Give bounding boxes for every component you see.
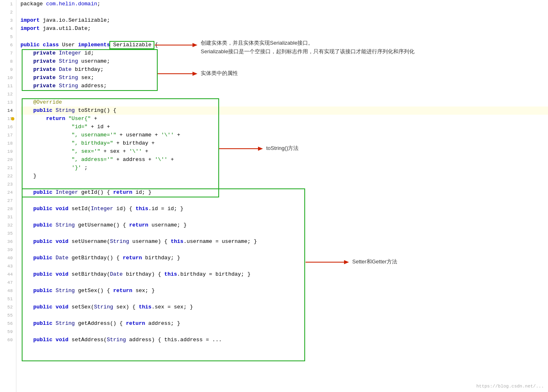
code-line-11: private String address; <box>20 82 548 90</box>
line-num-31: 31 <box>0 213 13 221</box>
code-line-1: package com.helin.domain; <box>20 0 548 8</box>
line-num-56: 56 <box>0 319 13 328</box>
editor-container: 1 2 3 4 5 ⊟6 7 8 9 10 11 12 13 ↑ ⊟14 15 … <box>0 0 548 392</box>
code-line-40: public Date getBirthday() { return birth… <box>20 254 548 262</box>
code-line-9: private Date birthday; <box>20 66 548 74</box>
code-line-52: public void setSex(String sex) { this.se… <box>20 303 548 311</box>
line-num-47: 47 <box>0 279 13 287</box>
line-num-48: 48 <box>0 287 13 295</box>
line-num-39: 39 <box>0 246 13 254</box>
line-num-28: ⊟28 <box>0 205 13 213</box>
line-num-52: ⊟52 <box>0 303 13 311</box>
line-num-8: 8 <box>0 57 13 66</box>
line-num-14: ↑ ⊟14 <box>0 106 13 115</box>
line-num-43: 43 <box>0 262 13 270</box>
line-num-27: 27 <box>0 197 13 205</box>
code-line-44: public void setBirthday(Date birthday) {… <box>20 270 548 279</box>
code-line-14: public String toString() { <box>20 106 548 115</box>
code-line-12 <box>20 90 548 98</box>
code-line-36: public void setUsername(String username)… <box>20 238 548 246</box>
code-line-20: ", address='" + address + '\'' + <box>20 156 548 164</box>
line-num-11: 11 <box>0 82 13 90</box>
line-num-4: 4 <box>0 25 13 33</box>
code-line-10: private String sex; <box>20 74 548 82</box>
code-line-3: import java.io.Serializable; <box>20 16 548 25</box>
line-num-15: 15 <box>0 115 13 123</box>
code-line-59 <box>20 328 548 336</box>
line-num-36: ⊟36 <box>0 238 13 246</box>
code-line-2 <box>20 8 548 16</box>
code-line-28: public void setId(Integer id) { this.id … <box>20 205 548 213</box>
code-line-48: public String getSex() { return sex; } <box>20 287 548 295</box>
line-num-32: 32 <box>0 221 13 229</box>
code-line-8: private String username; <box>20 57 548 66</box>
line-num-19: 19 <box>0 147 13 156</box>
annotation-fields-text: 实体类中的属性 <box>201 70 238 77</box>
code-line-23 <box>20 180 548 188</box>
code-line-32: public String getUsername() { return use… <box>20 221 548 229</box>
line-num-59: 59 <box>0 328 13 336</box>
code-line-55 <box>20 311 548 319</box>
line-num-5: 5 <box>0 33 13 41</box>
code-line-13: @Override <box>20 98 548 106</box>
line-num-24: 24 <box>0 188 13 197</box>
line-num-60: 60 <box>0 336 13 344</box>
code-line-24: public Integer getId() { return id; } <box>20 188 548 197</box>
line-num-13: 13 <box>0 98 13 106</box>
line-num-20: 20 <box>0 156 13 164</box>
annotation-tostring-text: toString()方法 <box>266 145 299 152</box>
code-line-27 <box>20 197 548 205</box>
line-num-2: 2 <box>0 8 13 16</box>
line-num-21: 21 <box>0 164 13 172</box>
line-num-1: 1 <box>0 0 13 8</box>
line-num-44: ⊟44 <box>0 270 13 279</box>
line-num-22: ⊟22 <box>0 172 13 180</box>
line-num-35: 35 <box>0 229 13 238</box>
code-line-35 <box>20 229 548 238</box>
line-num-12: 12 <box>0 90 13 98</box>
line-num-16: 16 <box>0 123 13 131</box>
code-line-16: "id=" + id + <box>20 123 548 131</box>
code-line-4: import java.util.Date; <box>20 25 548 33</box>
line-num-9: 9 <box>0 66 13 74</box>
code-area: package com.helin.domain; import java.io… <box>16 0 548 392</box>
code-line-15: return "User{" + <box>20 115 548 123</box>
code-line-17: ", username='" + username + '\'' + <box>20 131 548 139</box>
line-num-3: 3 <box>0 16 13 25</box>
line-num-40: 40 <box>0 254 13 262</box>
line-num-55: 55 <box>0 311 13 319</box>
code-line-60: public void setAddress(String address) {… <box>20 336 548 344</box>
code-line-43 <box>20 262 548 270</box>
line-num-6: ⊟6 <box>0 41 13 49</box>
code-line-31 <box>20 213 548 221</box>
line-num-17: 17 <box>0 131 13 139</box>
annotation-getset-text: Setter和Getter方法 <box>352 258 397 265</box>
line-num-51: 51 <box>0 295 13 303</box>
annotation-serializable-text: 创建实体类，并且实体类实现Serializable接口。 Serializabl… <box>201 39 414 56</box>
line-num-23: 23 <box>0 180 13 188</box>
line-numbers: 1 2 3 4 5 ⊟6 7 8 9 10 11 12 13 ↑ ⊟14 15 … <box>0 0 16 392</box>
code-line-39 <box>20 246 548 254</box>
line-num-18: 18 <box>0 139 13 147</box>
code-line-56: public String getAddress() { return addr… <box>20 319 548 328</box>
line-num-7: 7 <box>0 49 13 57</box>
code-line-51 <box>20 295 548 303</box>
code-line-22: } <box>20 172 548 180</box>
code-line-47 <box>20 279 548 287</box>
watermark: https://blog.csdn.net/... <box>476 384 544 389</box>
line-num-10: 10 <box>0 74 13 82</box>
code-line-21: '}' ; <box>20 164 548 172</box>
